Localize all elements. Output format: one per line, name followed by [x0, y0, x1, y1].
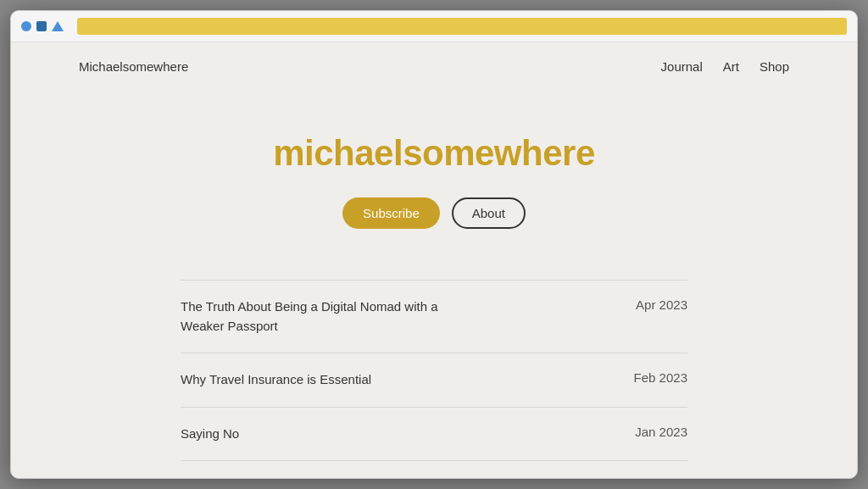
article-date-1: Apr 2023 [636, 297, 687, 312]
article-item-2[interactable]: Why Travel Insurance is Essential Feb 20… [181, 353, 687, 408]
site-logo[interactable]: Michaelsomewhere [79, 59, 188, 74]
articles-section: The Truth About Being a Digital Nomad wi… [11, 263, 857, 478]
article-item-1[interactable]: The Truth About Being a Digital Nomad wi… [181, 280, 687, 353]
article-item-3[interactable]: Saying No Jan 2023 [181, 408, 687, 462]
about-button[interactable]: About [452, 197, 526, 229]
address-bar[interactable] [77, 18, 847, 35]
hero-buttons: Subscribe About [28, 197, 840, 229]
nav-link-art[interactable]: Art [723, 59, 739, 74]
article-date-2: Feb 2023 [634, 370, 687, 385]
subscribe-button[interactable]: Subscribe [342, 197, 440, 229]
browser-content: Michaelsomewhere Journal Art Shop michae… [11, 42, 857, 478]
site-navigation: Michaelsomewhere Journal Art Shop [11, 42, 857, 91]
article-title-1: The Truth About Being a Digital Nomad wi… [181, 297, 452, 336]
browser-window: Michaelsomewhere Journal Art Shop michae… [10, 10, 858, 479]
site-title: michaelsomewhere [28, 133, 840, 174]
maximize-button-icon[interactable] [52, 21, 64, 31]
article-item-4[interactable]: New Year Jan 2023 [181, 461, 687, 478]
hero-section: michaelsomewhere Subscribe About [11, 91, 857, 263]
article-title-2: Why Travel Insurance is Essential [181, 370, 371, 390]
traffic-lights [21, 21, 64, 31]
browser-chrome [11, 11, 857, 42]
nav-link-shop[interactable]: Shop [760, 59, 789, 74]
minimize-button-icon[interactable] [36, 21, 47, 31]
nav-links: Journal Art Shop [661, 59, 789, 74]
article-date-3: Jan 2023 [635, 425, 687, 439]
article-title-3: Saying No [181, 425, 239, 444]
nav-link-journal[interactable]: Journal [661, 59, 703, 74]
close-button-icon[interactable] [21, 21, 31, 31]
